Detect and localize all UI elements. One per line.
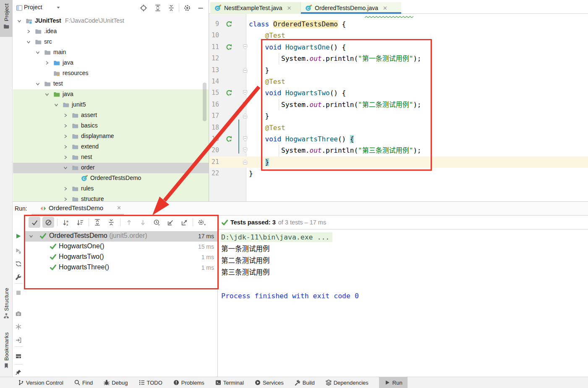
statusbar-version-control[interactable]: Version Control [18, 377, 63, 388]
toggle-auto-test-icon[interactable] [15, 260, 22, 267]
fold-start-icon[interactable] [242, 147, 248, 153]
tree-item-java[interactable]: java [13, 58, 209, 68]
tab-nestexampletest[interactable]: C NestExampleTest.java ✕ [210, 2, 301, 14]
statusbar-services[interactable]: Services [254, 377, 284, 388]
chevron-down-icon[interactable] [29, 234, 34, 239]
locate-icon[interactable] [140, 4, 147, 12]
project-panel-title[interactable]: Project [24, 4, 42, 10]
fold-end-icon[interactable] [242, 113, 248, 119]
scrollbar-thumb[interactable] [203, 83, 206, 121]
thread-dump-icon[interactable] [15, 310, 22, 317]
stripe-structure-button[interactable]: Structure [0, 288, 13, 330]
tree-item-displayname[interactable]: displayname [13, 131, 209, 142]
stop-icon[interactable] [15, 289, 22, 296]
test-case-row[interactable]: HogwartsOne()15 ms [25, 242, 217, 252]
statusbar-dependencies[interactable]: Dependencies [325, 377, 368, 388]
run-test-icon[interactable] [225, 89, 233, 96]
statusbar-terminal[interactable]: Terminal [215, 377, 244, 388]
chevron-down-icon[interactable] [35, 50, 40, 55]
tree-item-nest[interactable]: nest [13, 152, 209, 163]
fold-end-icon[interactable] [242, 67, 248, 73]
statusbar-build[interactable]: Build [294, 377, 315, 388]
tree-item-test[interactable]: test [13, 79, 209, 89]
previous-failed-icon[interactable] [123, 217, 135, 228]
statusbar-find[interactable]: Find [74, 377, 93, 388]
chevron-right-icon[interactable] [63, 134, 68, 139]
tree-item-java[interactable]: java [13, 89, 209, 100]
chevron-down-icon[interactable] [56, 5, 60, 10]
chevron-down-icon[interactable] [17, 18, 22, 23]
run-tab-label[interactable]: OrderedTestsDemo [49, 204, 103, 211]
pin-icon[interactable] [15, 369, 22, 376]
import-results-icon[interactable] [165, 217, 176, 228]
statusbar-run[interactable]: Run [379, 377, 408, 388]
test-root-row[interactable]: OrderedTestsDemo (junit5.order)17 ms [25, 231, 217, 242]
run-test-icon[interactable] [225, 44, 233, 51]
test-case-row[interactable]: HogwartsThree()1 ms [25, 263, 217, 273]
collapse-all-icon[interactable] [105, 217, 117, 228]
test-case-row[interactable]: HogwartsTwo()1 ms [25, 252, 217, 263]
close-icon[interactable]: ✕ [383, 5, 387, 11]
tree-item-main[interactable]: main [13, 47, 209, 58]
tree-item-rules[interactable]: rules [13, 184, 209, 194]
code-editor[interactable]: 9class OrderedTestsDemo {10 @Test11 void… [209, 14, 588, 201]
next-failed-icon[interactable] [137, 217, 149, 228]
console-pane[interactable]: Tests passed: 3 of 3 tests – 17 ms D:\jd… [217, 215, 588, 377]
statusbar-debug[interactable]: Debug [103, 377, 128, 388]
tree-item-src[interactable]: src [13, 37, 209, 47]
run-test-icon[interactable] [225, 21, 233, 28]
chevron-right-icon[interactable] [63, 186, 68, 191]
sort-by-duration-icon[interactable] [74, 217, 86, 228]
attach-icon[interactable] [15, 337, 22, 344]
tree-item-order[interactable]: order [13, 163, 209, 173]
close-icon[interactable]: ✕ [117, 205, 121, 211]
chevron-down-icon[interactable] [26, 39, 31, 44]
chevron-down-icon[interactable] [54, 102, 59, 107]
pause-icon[interactable] [15, 323, 22, 330]
test-settings-icon[interactable] [15, 274, 22, 281]
expand-all-icon[interactable] [91, 217, 103, 228]
fold-start-icon[interactable] [242, 90, 248, 96]
sort-alphabetically-icon[interactable]: az [60, 217, 72, 228]
settings-icon[interactable] [183, 4, 191, 12]
restore-layout-icon[interactable] [15, 353, 22, 359]
expand-all-icon[interactable] [154, 4, 162, 12]
chevron-right-icon[interactable] [63, 123, 68, 128]
tree-item-extend[interactable]: extend [13, 142, 209, 152]
tree-item-junittest[interactable]: JUnitTestF:\JavaCode\JUnitTest [13, 16, 209, 26]
chevron-down-icon[interactable] [63, 165, 68, 170]
statusbar-problems[interactable]: Problems [173, 377, 204, 388]
fold-start-icon[interactable] [242, 102, 248, 107]
rerun-icon[interactable] [15, 233, 22, 240]
fold-start-icon[interactable] [242, 44, 248, 50]
export-results-icon[interactable] [178, 217, 190, 228]
stripe-bookmarks-button[interactable]: Bookmarks [0, 332, 13, 374]
run-test-icon[interactable] [225, 135, 233, 143]
collapse-all-icon[interactable] [167, 4, 175, 12]
statusbar-todo[interactable]: TODO [139, 377, 162, 388]
chevron-right-icon[interactable] [63, 155, 68, 160]
tree-item-label: java [63, 91, 73, 97]
chevron-right-icon[interactable] [63, 144, 68, 149]
tree-item-orderedtestsdemo[interactable]: COrderedTestsDemo [13, 173, 209, 184]
rerun-failed-icon[interactable]: 9 [15, 247, 22, 254]
show-passed-icon[interactable] [29, 217, 40, 228]
stripe-project-button[interactable]: Project [0, 0, 13, 37]
tree-item-basics[interactable]: basics [13, 121, 209, 131]
tree-item-idea[interactable]: .idea [13, 26, 209, 37]
tree-item-junit5[interactable]: junit5 [13, 100, 209, 110]
settings-icon[interactable] [195, 217, 209, 228]
show-ignored-icon[interactable] [42, 217, 54, 228]
fold-end-icon[interactable] [242, 159, 248, 165]
test-history-icon[interactable] [151, 217, 162, 228]
hide-icon[interactable] [197, 4, 204, 12]
tree-item-resources[interactable]: resources [13, 68, 209, 79]
chevron-down-icon[interactable] [44, 92, 50, 97]
close-icon[interactable]: ✕ [287, 5, 292, 11]
fold-start-icon[interactable] [242, 136, 248, 142]
chevron-down-icon[interactable] [35, 81, 40, 86]
tree-item-assert[interactable]: assert [13, 110, 209, 121]
chevron-right-icon[interactable] [63, 113, 68, 118]
chevron-right-icon[interactable] [26, 29, 31, 34]
chevron-right-icon[interactable] [44, 60, 50, 65]
